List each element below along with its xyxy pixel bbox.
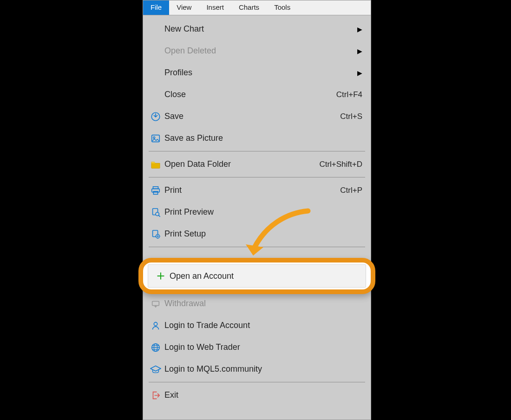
menu-item-shortcut: Ctrl+Shift+D bbox=[319, 160, 362, 169]
menu-item-label: Profiles bbox=[164, 68, 357, 78]
menubar: File View Insert Charts Tools bbox=[143, 0, 371, 15]
menubar-item-view[interactable]: View bbox=[169, 0, 199, 15]
chevron-right-icon: ▶ bbox=[357, 26, 362, 33]
menu-item-label: Save bbox=[164, 112, 340, 121]
menubar-item-insert[interactable]: Insert bbox=[199, 0, 231, 15]
menu-separator bbox=[149, 151, 365, 151]
svg-rect-15 bbox=[152, 301, 159, 305]
menu-item-label: Print Setup bbox=[164, 229, 362, 239]
file-menu-dropdown: New Chart ▶ Open Deleted ▶ Profiles ▶ Cl… bbox=[143, 15, 371, 406]
svg-point-2 bbox=[153, 137, 155, 138]
menu-item-save[interactable]: Save Ctrl+S bbox=[143, 105, 371, 127]
person-icon bbox=[147, 321, 164, 331]
graduation-cap-icon bbox=[147, 364, 164, 374]
svg-point-16 bbox=[154, 322, 157, 325]
menu-item-label: Open Data Folder bbox=[164, 159, 319, 169]
menu-item-label: Exit bbox=[164, 390, 362, 400]
menu-item-label: Withdrawal bbox=[164, 299, 362, 308]
menu-item-label: Login to Trade Account bbox=[164, 321, 362, 330]
menu-item-shortcut: Ctrl+P bbox=[340, 186, 362, 195]
menu-item-label: Print Preview bbox=[164, 207, 362, 217]
menu-item-label: Open Deleted bbox=[164, 46, 357, 56]
menu-item-open-deleted[interactable]: Open Deleted ▶ bbox=[143, 40, 371, 62]
menu-separator bbox=[149, 177, 365, 177]
menu-item-label: New Chart bbox=[164, 24, 357, 34]
menu-item-print-setup[interactable]: Print Setup bbox=[143, 223, 371, 245]
save-icon bbox=[147, 112, 164, 122]
menu-item-shortcut: Ctrl+S bbox=[340, 112, 362, 121]
menu-item-print[interactable]: Print Ctrl+P bbox=[143, 179, 371, 201]
menubar-item-tools[interactable]: Tools bbox=[267, 0, 298, 15]
menu-item-shortcut: Ctrl+F4 bbox=[336, 90, 362, 99]
plus-icon bbox=[152, 271, 170, 281]
menu-item-profiles[interactable]: Profiles ▶ bbox=[143, 62, 371, 84]
chevron-right-icon: ▶ bbox=[357, 69, 362, 77]
exit-icon bbox=[147, 390, 164, 400]
menu-item-save-as-picture[interactable]: Save as Picture bbox=[143, 127, 371, 149]
menu-item-print-preview[interactable]: Print Preview bbox=[143, 201, 371, 223]
print-setup-icon bbox=[147, 229, 164, 239]
withdrawal-icon bbox=[147, 299, 164, 309]
chevron-right-icon: ▶ bbox=[357, 47, 362, 55]
menu-item-login-trade[interactable]: Login to Trade Account bbox=[143, 315, 371, 336]
menu-item-new-chart[interactable]: New Chart ▶ bbox=[143, 18, 371, 40]
svg-rect-5 bbox=[153, 191, 157, 194]
menu-item-label: Open an Account bbox=[170, 271, 234, 281]
svg-rect-1 bbox=[152, 135, 160, 142]
menu-separator bbox=[149, 247, 365, 247]
menu-item-open-account[interactable]: Open an Account bbox=[148, 264, 366, 288]
menu-item-label: Close bbox=[164, 90, 336, 99]
picture-icon bbox=[147, 133, 164, 144]
menu-item-label: Login to MQL5.community bbox=[164, 364, 362, 374]
menu-item-exit[interactable]: Exit bbox=[143, 384, 371, 406]
menu-item-label: Save as Picture bbox=[164, 133, 362, 143]
menu-item-withdrawal[interactable]: Withdrawal bbox=[143, 293, 371, 315]
menu-separator bbox=[149, 382, 365, 382]
svg-point-9 bbox=[156, 234, 159, 238]
globe-icon bbox=[147, 342, 164, 353]
menu-item-close[interactable]: Close Ctrl+F4 bbox=[143, 84, 371, 105]
menu-item-label: Print bbox=[164, 185, 340, 195]
menu-item-label: Login to Web Trader bbox=[164, 342, 362, 352]
menubar-item-charts[interactable]: Charts bbox=[231, 0, 267, 15]
print-icon bbox=[147, 185, 164, 196]
menu-item-login-mql5[interactable]: Login to MQL5.community bbox=[143, 358, 371, 380]
menubar-item-file[interactable]: File bbox=[143, 0, 169, 15]
folder-icon bbox=[147, 160, 164, 169]
menu-item-login-web[interactable]: Login to Web Trader bbox=[143, 336, 371, 358]
menu-item-open-data-folder[interactable]: Open Data Folder Ctrl+Shift+D bbox=[143, 153, 371, 175]
print-preview-icon bbox=[147, 207, 164, 217]
app-panel: File View Insert Charts Tools New Chart … bbox=[143, 0, 371, 420]
